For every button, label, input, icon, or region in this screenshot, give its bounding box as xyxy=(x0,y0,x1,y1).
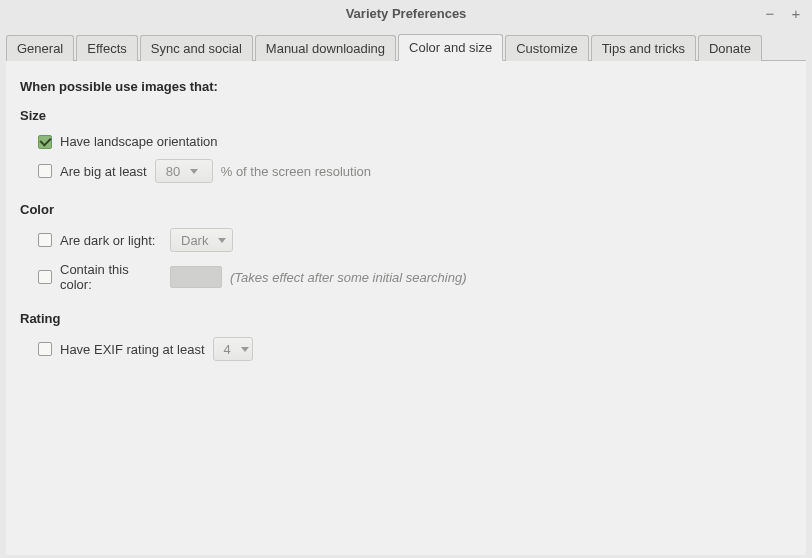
maximize-button[interactable]: + xyxy=(788,5,804,22)
combo-dark-or-light-value: Dark xyxy=(181,233,208,248)
hint-big-percent: % of the screen resolution xyxy=(221,164,371,179)
checkbox-landscape[interactable] xyxy=(38,135,52,149)
tabbar: General Effects Sync and social Manual d… xyxy=(0,27,812,60)
label-landscape: Have landscape orientation xyxy=(60,134,218,149)
tab-tips-and-tricks[interactable]: Tips and tricks xyxy=(591,35,696,61)
row-contain-color: Contain this color: (Takes effect after … xyxy=(20,257,792,297)
combo-dark-or-light[interactable]: Dark xyxy=(170,228,233,252)
checkbox-contain-color[interactable] xyxy=(38,270,52,284)
label-contain-color: Contain this color: xyxy=(60,262,162,292)
window-controls: − + xyxy=(762,0,804,27)
chevron-down-icon xyxy=(218,238,226,243)
label-exif-rating: Have EXIF rating at least xyxy=(60,342,205,357)
section-title-size: Size xyxy=(20,108,792,123)
combo-exif-rating[interactable]: 4 xyxy=(213,337,253,361)
tab-general[interactable]: General xyxy=(6,35,74,61)
titlebar: Variety Preferences − + xyxy=(0,0,812,27)
section-title-rating: Rating xyxy=(20,311,792,326)
section-title-color: Color xyxy=(20,202,792,217)
chevron-down-icon xyxy=(190,169,198,174)
row-dark-or-light: Are dark or light: Dark xyxy=(20,223,792,257)
row-landscape: Have landscape orientation xyxy=(20,129,792,154)
row-big-at-least: Are big at least 80 % of the screen reso… xyxy=(20,154,792,188)
tab-effects[interactable]: Effects xyxy=(76,35,138,61)
combo-big-percent[interactable]: 80 xyxy=(155,159,213,183)
combo-exif-rating-value: 4 xyxy=(224,342,231,357)
tab-sync-and-social[interactable]: Sync and social xyxy=(140,35,253,61)
checkbox-exif-rating[interactable] xyxy=(38,342,52,356)
tab-color-and-size[interactable]: Color and size xyxy=(398,34,503,61)
window-title: Variety Preferences xyxy=(346,6,467,21)
tab-donate[interactable]: Donate xyxy=(698,35,762,61)
checkbox-dark-or-light[interactable] xyxy=(38,233,52,247)
chevron-down-icon xyxy=(241,347,249,352)
row-exif-rating: Have EXIF rating at least 4 xyxy=(20,332,792,366)
minimize-button[interactable]: − xyxy=(762,5,778,22)
label-dark-or-light: Are dark or light: xyxy=(60,233,162,248)
combo-big-percent-value: 80 xyxy=(166,164,180,179)
label-big-at-least: Are big at least xyxy=(60,164,147,179)
color-swatch[interactable] xyxy=(170,266,222,288)
tab-manual-downloading[interactable]: Manual downloading xyxy=(255,35,396,61)
tab-customize[interactable]: Customize xyxy=(505,35,588,61)
checkbox-big-at-least[interactable] xyxy=(38,164,52,178)
tab-panel-color-and-size: When possible use images that: Size Have… xyxy=(6,60,806,555)
page-heading: When possible use images that: xyxy=(20,79,792,94)
hint-contain-color: (Takes effect after some initial searchi… xyxy=(230,270,467,285)
